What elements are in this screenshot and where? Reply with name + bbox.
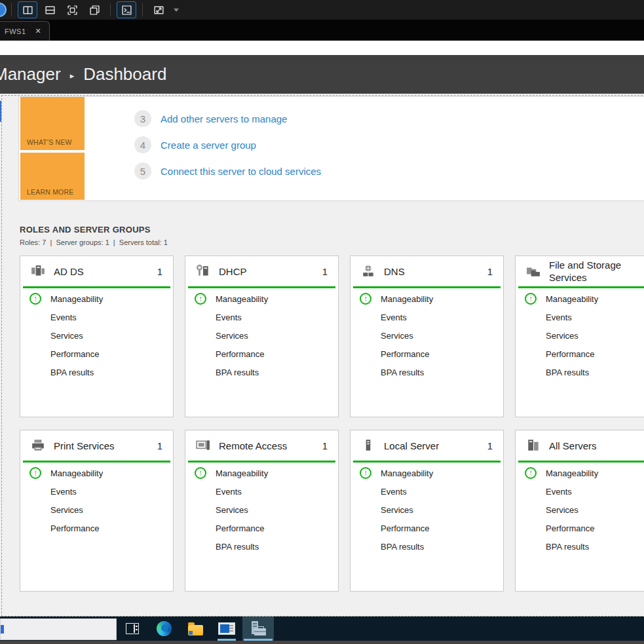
item-label: Manageability	[546, 468, 598, 478]
tile-item-bpa-results[interactable]: BPA results	[185, 363, 338, 381]
tile-item-events[interactable]: Events	[185, 308, 338, 326]
tile-item-bpa-results[interactable]: BPA results	[350, 363, 503, 381]
tile-server-count: 1	[152, 266, 162, 277]
item-label: Services	[381, 505, 413, 515]
tile-server-count: 1	[482, 266, 493, 277]
tile-header[interactable]: Local Server1	[350, 430, 503, 461]
tab-close-icon[interactable]: ✕	[35, 27, 41, 35]
tile-header[interactable]: DHCP1	[185, 256, 338, 286]
taskbar-app-edge[interactable]	[148, 616, 180, 641]
breadcrumb-root[interactable]: Manager	[0, 64, 61, 85]
clock-icon[interactable]	[0, 3, 7, 17]
tile-item-bpa-results[interactable]: BPA results	[350, 537, 503, 556]
tile-header[interactable]: File and Storage Services	[516, 256, 644, 286]
tile-item-services[interactable]: Services	[185, 326, 338, 345]
tile-item-events[interactable]: Events	[185, 482, 338, 501]
item-label: Services	[546, 331, 578, 341]
search-box-glyph	[1, 625, 4, 634]
tile-item-events[interactable]: Events	[516, 482, 644, 501]
tile-title: File and Storage Services	[549, 259, 644, 284]
tile-item-events[interactable]: Events	[516, 308, 644, 326]
learn-more-button[interactable]: LEARN MORE	[20, 153, 85, 200]
tile-header[interactable]: AD DS1	[20, 256, 173, 286]
tile-item-services[interactable]: Services	[185, 501, 338, 519]
tile-item-events[interactable]: Events	[350, 482, 503, 501]
role-tile-print-services: Print Services1↑ManageabilityEventsServi…	[20, 430, 174, 592]
tile-header[interactable]: Remote Access1	[185, 430, 338, 461]
tile-items: ↑ManageabilityEventsServicesPerformanceB…	[185, 288, 338, 381]
tile-item-manageability[interactable]: ↑Manageability	[20, 290, 173, 308]
tile-item-bpa-results[interactable]: BPA results	[20, 363, 173, 381]
tile-items: ↑ManageabilityEventsServicesPerformance	[20, 463, 173, 537]
tile-item-services[interactable]: Services	[516, 326, 644, 345]
tile-item-manageability[interactable]: ↑Manageability	[516, 464, 644, 482]
tile-item-manageability[interactable]: ↑Manageability	[185, 464, 338, 482]
dropdown-caret-icon[interactable]	[174, 9, 179, 12]
tile-item-performance[interactable]: Performance	[350, 519, 503, 537]
item-icon-slot: ↑	[29, 293, 50, 305]
tile-item-bpa-results[interactable]: BPA results	[185, 537, 338, 556]
tile-item-events[interactable]: Events	[350, 308, 503, 326]
tile-item-services[interactable]: Services	[516, 501, 644, 519]
tile-item-bpa-results[interactable]: BPA results	[516, 537, 644, 556]
terminal-icon[interactable]	[117, 1, 136, 18]
tile-item-performance[interactable]: Performance	[20, 345, 173, 363]
item-label: Services	[546, 505, 578, 515]
tile-item-manageability[interactable]: ↑Manageability	[516, 290, 644, 308]
scale-display-icon[interactable]	[149, 1, 168, 18]
taskbar-app-server-manager[interactable]	[242, 616, 274, 641]
step-link[interactable]: Create a server group	[161, 140, 256, 151]
tile-item-services[interactable]: Services	[20, 326, 173, 345]
split-vertical-icon[interactable]	[18, 1, 37, 18]
split-horizontal-icon[interactable]	[40, 1, 60, 18]
tile-item-bpa-results[interactable]: BPA results	[516, 363, 644, 381]
tile-item-manageability[interactable]: ↑Manageability	[185, 290, 338, 308]
item-label: Events	[50, 313, 77, 322]
breadcrumb: Manager ▸ Dashboard	[0, 64, 166, 85]
step-link[interactable]: Add other servers to manage	[161, 113, 287, 124]
tile-item-manageability[interactable]: ↑Manageability	[350, 290, 503, 308]
whats-new-button[interactable]: WHAT'S NEW	[20, 97, 85, 150]
item-label: Events	[546, 487, 572, 497]
tile-item-performance[interactable]: Performance	[350, 345, 503, 363]
tile-item-performance[interactable]: Performance	[516, 519, 644, 537]
tab-fws1[interactable]: FWS1 ✕	[0, 21, 50, 41]
tile-item-events[interactable]: Events	[20, 308, 173, 326]
tile-item-services[interactable]: Services	[350, 326, 503, 345]
tile-item-services[interactable]: Services	[20, 501, 173, 519]
item-icon-slot: ↑	[195, 293, 216, 305]
taskbar-app-task-view[interactable]	[117, 616, 148, 641]
toolbar-separator	[142, 3, 143, 16]
tile-item-performance[interactable]: Performance	[185, 345, 338, 363]
dns-icon	[360, 264, 377, 278]
tile-item-performance[interactable]: Performance	[516, 345, 644, 363]
tile-item-performance[interactable]: Performance	[185, 519, 338, 537]
item-icon-slot: ↑	[195, 467, 216, 479]
item-label: Manageability	[50, 294, 103, 304]
tile-header[interactable]: All Servers	[516, 430, 644, 461]
item-label: Events	[216, 313, 242, 322]
quick-start-step: 3Add other servers to manage	[134, 105, 321, 132]
edge-icon	[157, 621, 172, 636]
tile-item-events[interactable]: Events	[20, 482, 173, 501]
dashboard-content: WHAT'S NEW LEARN MORE 3Add other servers…	[0, 94, 644, 616]
fit-screen-icon[interactable]	[62, 1, 82, 18]
nav-selection-sliver	[0, 101, 1, 122]
toolbar-separator	[11, 3, 12, 16]
manageability-up-icon: ↑	[360, 293, 371, 305]
taskbar-search-box[interactable]	[0, 618, 117, 640]
tile-header[interactable]: Print Services1	[20, 430, 173, 461]
tile-item-manageability[interactable]: ↑Manageability	[350, 464, 503, 482]
tile-header[interactable]: DNS1	[350, 256, 503, 286]
tile-item-performance[interactable]: Performance	[20, 519, 173, 537]
step-number-badge: 4	[134, 136, 151, 153]
ad-ds-icon	[29, 264, 47, 278]
taskbar-app-file-explorer[interactable]	[180, 616, 211, 641]
tile-item-manageability[interactable]: ↑Manageability	[20, 464, 173, 482]
roles-summary: Roles: 7 | Server groups: 1 | Servers to…	[20, 238, 168, 246]
taskbar-app-console-window[interactable]	[211, 616, 242, 641]
cascade-windows-icon[interactable]	[85, 1, 104, 18]
step-link[interactable]: Connect this server to cloud services	[161, 166, 321, 177]
item-label: BPA results	[216, 368, 259, 377]
tile-item-services[interactable]: Services	[350, 501, 503, 519]
